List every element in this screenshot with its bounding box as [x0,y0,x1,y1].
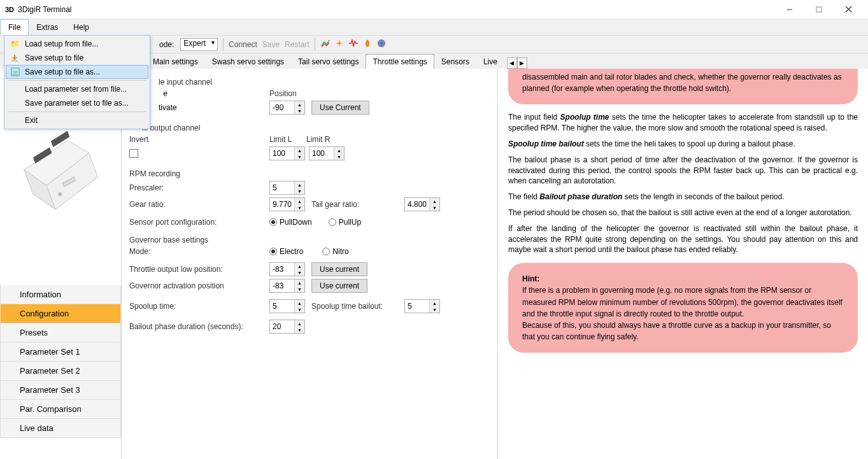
content: le input channel e Position tivate ▲▼ Us… [121,69,868,459]
menu-load-setup[interactable]: 📁 Load setup from file... [6,37,148,51]
menu-save-setup-as[interactable]: Save setup to file as... [6,65,148,79]
hint-body: If there is a problem in governing mode … [522,286,843,318]
save-as-icon [10,67,20,77]
globe-icon[interactable] [376,38,387,50]
group-governor: Governor base settings [129,236,490,244]
maximize-button[interactable] [804,0,834,19]
tail-gear-ratio-input[interactable]: ▲▼ [404,197,440,211]
pulse-icon[interactable] [348,38,359,50]
svg-rect-6 [13,71,18,76]
menu-separator [8,80,146,81]
chart-icon[interactable] [320,38,331,50]
invert-checkbox[interactable] [129,149,138,158]
menu-save-param[interactable]: Save parameter set to file as... [6,96,148,110]
save-button[interactable]: Save [262,40,280,49]
nav-comparison[interactable]: Par. Comparison [0,400,121,419]
bailout-dur-input[interactable]: ▲▼ [269,320,305,334]
app-logo: 3D [5,6,14,13]
window-title: 3DigiR Terminal [18,5,775,14]
hint-box: Hint: If there is a problem in governing… [508,263,858,353]
nav-param2[interactable]: Parameter Set 2 [0,362,121,381]
menu-separator [8,111,146,112]
help-para: Spoolup time bailout sets the time the h… [508,139,858,150]
flame-icon[interactable] [362,38,373,50]
menu-extras[interactable]: Extras [29,19,66,35]
form-area: le input channel e Position tivate ▲▼ Us… [122,69,497,459]
spin-down-icon[interactable]: ▼ [295,108,304,114]
label-partial-tivate: tivate [159,103,177,112]
hint-body: Because of this, you should always have … [522,321,831,341]
limit-l-input[interactable]: ▲▼ [269,146,305,160]
nav-param1[interactable]: Parameter Set 1 [0,342,121,362]
gov-activ-input[interactable]: ▲▼ [269,279,305,293]
gov-activ-label: Governor activation position [129,281,224,290]
limit-l-label: Limit L [269,135,292,144]
folder-icon: 📁 [10,39,20,49]
restart-button[interactable]: Restart [285,40,309,49]
tab-throttle[interactable]: Throttle settings [366,54,434,69]
group-input-channel: le input channel [159,78,490,87]
use-current-button[interactable]: Use Current [311,101,369,115]
nav-configuration[interactable]: Configuration [0,304,121,323]
connect-button[interactable]: Connect [229,40,257,49]
electro-radio[interactable]: Electro [269,247,303,256]
throttle-low-input[interactable]: ▲▼ [269,262,305,276]
nav-presets[interactable]: Presets [0,323,121,342]
position-input[interactable]: ▲▼ [269,101,305,115]
limit-r-label: Limit R [306,135,330,144]
tab-scroll-right[interactable]: ▶ [517,57,527,69]
title-bar: 3D 3DigiR Terminal [0,0,868,19]
tab-tail-servo[interactable]: Tail servo settings [291,54,366,69]
tab-live[interactable]: Live [476,54,504,69]
close-button[interactable] [834,0,863,19]
use-current-button-1[interactable]: Use current [311,262,367,276]
position-label: Position [269,89,297,98]
prescaler-label: Prescaler: [129,183,164,192]
use-current-button-2[interactable]: Use current [311,279,367,293]
tab-scroll-left[interactable]: ◀ [507,57,517,69]
svg-rect-4 [11,60,18,62]
menu-exit[interactable]: Exit [6,113,148,127]
pullup-radio[interactable]: PullUp [329,218,361,227]
minimize-button[interactable] [775,0,804,19]
gear-ratio-label: Gear ratio: [129,200,166,209]
tail-gear-ratio-label: Tail gear ratio: [311,200,359,209]
pulldown-radio[interactable]: PullDown [269,218,312,227]
spoolup-bailout-input[interactable]: ▲▼ [404,299,440,313]
svg-point-7 [378,39,385,47]
help-para: The input field Spoolup time sets the ti… [508,112,858,134]
spoolup-input[interactable]: ▲▼ [269,299,305,313]
sparkle-icon[interactable] [334,38,345,50]
menu-help[interactable]: Help [66,19,97,35]
mode-label: ode: [158,40,175,49]
label-partial-e: e [159,89,269,98]
limit-r-input[interactable]: ▲▼ [309,146,345,160]
tab-main-settings[interactable]: Main settings [146,54,205,69]
help-panel: disassembled main and tail rotor blades … [497,69,868,459]
spoolup-label: Spoolup time: [129,302,176,311]
spin-up-icon[interactable]: ▲ [295,101,304,108]
gear-ratio-input[interactable]: ▲▼ [269,197,305,211]
tab-sensors[interactable]: Sensors [434,54,476,69]
prescaler-input[interactable]: ▲▼ [269,181,305,195]
dd-label: Load parameter set from file... [25,85,127,94]
menu-bar: File Extras Help 📁 Load setup from file.… [0,19,868,36]
nav-list: Information Configuration Presets Parame… [0,285,121,438]
nav-param3[interactable]: Parameter Set 3 [0,381,121,400]
toolbar-separator [315,38,315,51]
dd-label: Save setup to file as... [25,67,100,76]
menu-load-param[interactable]: Load parameter set from file... [6,82,148,96]
tab-swash-servo[interactable]: Swash servo settings [205,54,291,69]
spoolup-bailout-label: Spoolup time bailout: [311,302,383,311]
group-rpm: RPM recording [129,169,490,178]
nav-information[interactable]: Information [0,285,121,304]
nitro-radio[interactable]: Nitro [322,247,348,256]
help-para: The bailout phase is a short period of t… [508,155,858,187]
help-para: The period should be chosen so, that the… [508,208,858,218]
nav-livedata[interactable]: Live data [0,419,121,438]
save-down-icon [10,53,20,63]
invert-label: Invert [129,135,148,144]
mode-select[interactable]: Expert [180,38,218,51]
menu-file[interactable]: File [0,19,29,35]
menu-save-setup[interactable]: Save setup to file [6,51,148,65]
